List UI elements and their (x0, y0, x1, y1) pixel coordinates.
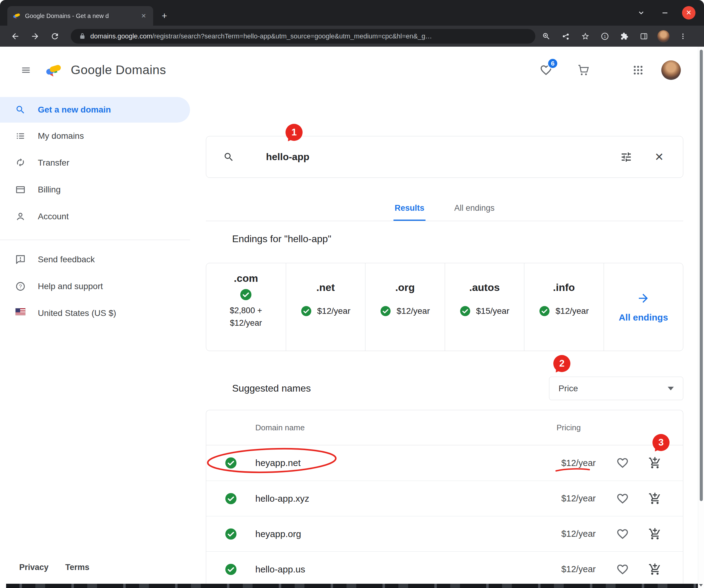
toolbar-actions: 1 (540, 30, 690, 43)
forward-icon[interactable] (28, 30, 42, 43)
domain-search-input[interactable]: hello-app ✕ (206, 136, 683, 178)
col-domain-name: Domain name (255, 423, 305, 432)
reload-icon[interactable] (48, 30, 62, 43)
available-check-icon (460, 306, 471, 316)
app-header: Google Domains 6 (0, 47, 704, 93)
scrollbar-thumb[interactable] (700, 50, 703, 501)
domain-price: $12/year (561, 529, 596, 539)
clear-search-icon[interactable]: ✕ (652, 151, 666, 164)
sidebar-footer: Privacy Terms (19, 563, 90, 572)
card-price: $12/year (555, 306, 589, 316)
tab-strip: Google Domains - Get a new d ✕ + ✕ (0, 0, 704, 25)
tab-results[interactable]: Results (394, 195, 426, 221)
new-tab-button[interactable]: + (158, 9, 171, 22)
ending-card-org[interactable]: .org $12/year (365, 263, 445, 351)
arrow-forward-icon (637, 292, 650, 305)
favorites-heart-icon[interactable]: 6 (539, 63, 553, 77)
google-apps-grid-icon[interactable] (631, 63, 645, 77)
all-endings-link[interactable]: All endings (619, 312, 668, 323)
sidebar-item-billing[interactable]: Billing (0, 176, 190, 203)
sidebar: Get a new domain My domains Transfer (0, 93, 190, 588)
url-text: domains.google.com/registrar/search?sear… (90, 32, 432, 40)
card-price: $12/year (397, 306, 430, 316)
browser-tab[interactable]: Google Domains - Get a new d ✕ (7, 6, 153, 25)
hamburger-menu-icon[interactable] (19, 63, 33, 77)
browser-toolbar: domains.google.com/registrar/search?sear… (0, 25, 704, 47)
side-panel-icon[interactable] (637, 30, 651, 43)
endings-cards: .com $2,800 +$12/year .net $12/year .org… (206, 263, 683, 351)
share-icon[interactable] (559, 30, 573, 43)
sidebar-item-label: Billing (38, 185, 61, 194)
window-controls: ✕ (635, 0, 696, 25)
add-to-cart-icon[interactable] (648, 491, 662, 506)
back-icon[interactable] (8, 30, 22, 43)
table-row[interactable]: hello-app.us $12/year (206, 551, 683, 587)
favorite-heart-icon[interactable] (615, 562, 630, 577)
suggested-names-table: Domain name Pricing heyapp.net $12/year … (206, 410, 683, 587)
sidebar-item-label: United States (US $) (38, 308, 116, 318)
favorite-heart-icon[interactable] (615, 527, 630, 541)
available-check-icon (225, 528, 237, 540)
sidebar-item-account[interactable]: Account (0, 203, 190, 230)
filter-tune-icon[interactable] (620, 151, 633, 164)
ending-card-net[interactable]: .net $12/year (286, 263, 365, 351)
domain-name: heyapp.net (255, 458, 300, 468)
address-bar[interactable]: domains.google.com/registrar/search?sear… (71, 29, 535, 44)
bookmark-star-icon[interactable] (579, 30, 592, 43)
extensions-puzzle-icon[interactable] (618, 30, 631, 43)
sidebar-divider (0, 240, 190, 240)
sidebar-item-get-a-new-domain[interactable]: Get a new domain (0, 97, 190, 123)
window-chevron-down-icon[interactable] (635, 6, 648, 19)
vertical-scrollbar[interactable] (698, 47, 704, 588)
google-domains-logo-icon[interactable] (45, 63, 63, 77)
terms-link[interactable]: Terms (65, 563, 90, 572)
sidebar-item-help-and-support[interactable]: ? Help and support (0, 273, 190, 300)
ending-card-autos[interactable]: .autos $15/year (445, 263, 524, 351)
sort-by-price-select[interactable]: Price (549, 377, 683, 400)
table-row[interactable]: heyapp.net $12/year (206, 445, 683, 481)
add-to-cart-icon[interactable] (648, 527, 662, 541)
main-content: hello-app ✕ Results All endings Endings … (190, 93, 704, 588)
zoom-icon[interactable] (540, 30, 553, 43)
sidebar-item-my-domains[interactable]: My domains (0, 123, 190, 150)
cart-icon[interactable] (576, 63, 591, 77)
search-icon (223, 152, 234, 163)
ending-card-com[interactable]: .com $2,800 +$12/year (206, 263, 286, 351)
window-minimize-icon[interactable] (658, 6, 672, 19)
available-check-icon (225, 457, 237, 469)
all-endings-card[interactable]: All endings (604, 263, 683, 351)
sidebar-item-locale[interactable]: United States (US $) (0, 300, 190, 327)
suggested-names-heading: Suggested names (232, 383, 311, 394)
sidebar-item-label: Get a new domain (38, 105, 111, 115)
us-flag-icon (15, 308, 25, 318)
list-icon (15, 131, 25, 141)
account-avatar[interactable] (661, 60, 681, 80)
transfer-arrows-icon (15, 158, 25, 168)
window-close-icon[interactable]: ✕ (682, 6, 696, 19)
scroll-down-button[interactable] (698, 583, 704, 588)
extension-1password-icon[interactable]: 1 (598, 30, 611, 43)
table-row[interactable]: heyapp.org $12/year (206, 516, 683, 551)
domain-price: $12/year (561, 458, 596, 468)
results-tabs: Results All endings (206, 195, 683, 221)
browser-menu-kebab-icon[interactable] (676, 30, 690, 43)
favorite-heart-icon[interactable] (615, 491, 630, 506)
browser-window: Google Domains - Get a new d ✕ + ✕ (0, 0, 704, 588)
ending-card-info[interactable]: .info $12/year (524, 263, 604, 351)
sidebar-item-label: Send feedback (38, 255, 95, 264)
tab-title: Google Domains - Get a new d (25, 12, 135, 19)
card-price: $15/year (476, 306, 509, 316)
sidebar-item-send-feedback[interactable]: Send feedback (0, 246, 190, 273)
favorite-heart-icon[interactable] (615, 456, 630, 470)
tab-all-endings[interactable]: All endings (453, 195, 496, 221)
privacy-link[interactable]: Privacy (19, 563, 49, 572)
domain-name: hello-app.us (255, 564, 305, 575)
svg-text:?: ? (19, 284, 22, 289)
table-row[interactable]: hello-app.xyz $12/year (206, 481, 683, 516)
add-to-cart-icon[interactable] (648, 562, 662, 577)
tab-close-icon[interactable]: ✕ (139, 11, 148, 20)
sidebar-item-transfer[interactable]: Transfer (0, 150, 190, 176)
browser-profile-avatar[interactable] (657, 30, 670, 43)
help-icon: ? (15, 281, 25, 292)
add-to-cart-icon[interactable] (648, 456, 662, 470)
